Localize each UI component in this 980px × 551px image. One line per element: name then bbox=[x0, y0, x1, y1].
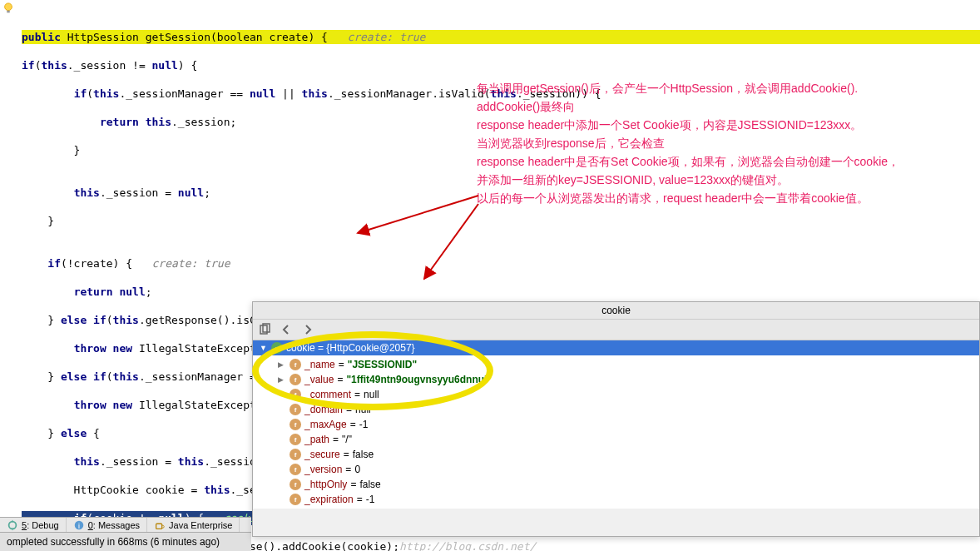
field-icon: f bbox=[290, 449, 301, 460]
popup-title: cookie bbox=[253, 302, 979, 320]
tab-debug[interactable]: 5: Debug bbox=[0, 518, 67, 533]
field-icon: f bbox=[290, 359, 301, 370]
field-icon: f bbox=[290, 464, 301, 475]
field-icon: f bbox=[290, 479, 301, 490]
back-icon[interactable] bbox=[280, 323, 293, 336]
copy-icon[interactable] bbox=[258, 323, 271, 336]
svg-rect-13 bbox=[156, 524, 162, 529]
tree-field-item[interactable]: f _version = 0 bbox=[253, 462, 979, 477]
tree-field-item[interactable]: f _secure = false bbox=[253, 447, 979, 462]
tree-field-item[interactable]: f _expiration = -1 bbox=[253, 492, 979, 507]
tool-window-tabs: 5: Debug i0: Messages Java Enterprise bbox=[0, 517, 251, 533]
tree-children: ▶f _name = "JSESSIONID"▶f _value = "1ffi… bbox=[253, 355, 979, 509]
forward-icon[interactable] bbox=[301, 323, 314, 336]
debug-icon bbox=[7, 519, 18, 531]
svg-point-0 bbox=[5, 3, 12, 11]
debugger-variable-popup[interactable]: cookie ▼ o cookie = {HttpCookie@2057} ▶f… bbox=[252, 301, 980, 537]
svg-rect-1 bbox=[7, 11, 10, 13]
coffee-icon bbox=[154, 519, 166, 531]
status-bar: ompleted successfully in 668ms (6 minute… bbox=[0, 532, 251, 551]
tree-field-item[interactable]: ▶f _name = "JSESSIONID" bbox=[253, 357, 979, 372]
field-icon: f bbox=[290, 419, 301, 430]
popup-toolbar bbox=[253, 320, 979, 340]
field-icon: f bbox=[290, 404, 301, 415]
chevron-down-icon: ▼ bbox=[260, 344, 268, 352]
tab-messages[interactable]: i0: Messages bbox=[67, 518, 147, 533]
tree-field-item[interactable]: f _httpOnly = false bbox=[253, 477, 979, 492]
tree-field-item[interactable]: f _domain = null bbox=[253, 402, 979, 417]
annotation-comment: 每当调用getSession()后，会产生一个HttpSession，就会调用a… bbox=[477, 79, 963, 207]
svg-point-8 bbox=[9, 522, 17, 529]
tree-field-item[interactable]: f _path = "/" bbox=[253, 432, 979, 447]
info-icon: i bbox=[73, 519, 85, 531]
field-icon: f bbox=[290, 389, 301, 400]
tab-java-enterprise[interactable]: Java Enterprise bbox=[147, 518, 240, 533]
tree-field-item[interactable]: f _comment = null bbox=[253, 387, 979, 402]
field-icon: f bbox=[290, 494, 301, 505]
tree-field-item[interactable]: ▶f _value = "1ffit49ntn9ougvnsyyu6dnnu" bbox=[253, 372, 979, 387]
tree-field-item[interactable]: f _maxAge = -1 bbox=[253, 417, 979, 432]
chevron-right-icon: ▶ bbox=[278, 375, 286, 384]
lightbulb-icon[interactable] bbox=[2, 2, 14, 14]
object-icon: o bbox=[271, 342, 283, 354]
tree-root-item[interactable]: ▼ o cookie = {HttpCookie@2057} bbox=[253, 340, 979, 355]
field-icon: f bbox=[290, 434, 301, 445]
chevron-right-icon: ▶ bbox=[278, 360, 286, 369]
field-icon: f bbox=[290, 374, 301, 385]
svg-text:i: i bbox=[78, 522, 80, 530]
